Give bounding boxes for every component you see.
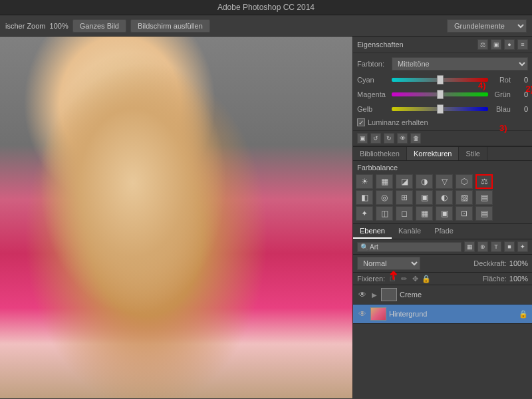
korr-icon-gradmap[interactable]: ▣	[416, 190, 433, 205]
flache-value: 100%	[509, 275, 528, 283]
gelb-value: 0	[513, 105, 528, 113]
panel-icon-mask[interactable]: ▣	[491, 39, 501, 50]
korr-icon-invert[interactable]: ◫	[376, 206, 393, 221]
ebenen-icon-4[interactable]: ✦	[517, 241, 528, 252]
zoom-value: 100%	[50, 22, 68, 30]
layer-name-hintergrund: Hintergrund	[389, 310, 516, 318]
layer-item-hintergrund[interactable]: 👁 Hintergrund 🔒	[353, 305, 532, 324]
ebenen-tab-kanaele[interactable]: Kanäle	[392, 224, 428, 239]
tab-stile[interactable]: Stile	[459, 147, 487, 160]
panel-bottom-icons: ▣ ↺ ↻ 👁 🗑	[353, 130, 532, 146]
bottom-icon-4[interactable]: 👁	[397, 133, 408, 144]
tab-bibliotheken[interactable]: Bibliotheken	[353, 147, 407, 160]
korr-icon-solid[interactable]: ◻	[396, 206, 413, 221]
deckkraft-label: Deckkraft:	[473, 259, 507, 267]
bottom-icon-2[interactable]: ↺	[370, 133, 381, 144]
korr-icon-channelmix[interactable]: ⊞	[396, 190, 413, 205]
fix-icon-pixel[interactable]: □	[388, 274, 397, 283]
workspace-select[interactable]: Grundelemente	[447, 19, 527, 33]
luminanz-label: Luminanz erhalten	[368, 118, 428, 126]
ebenen-icon-1[interactable]: ▦	[464, 241, 475, 252]
blend-mode-select[interactable]: Normal	[357, 257, 420, 270]
korr-icon-exposure[interactable]: ◑	[416, 174, 433, 189]
korrekturen-icons-grid: ☀ ▦ ◪ ◑ ▽ ⬡ ⚖ ◧ ◎ ⊞ ▣ ◐ ▨ ▤ ✦ ◫ ◻ ▦ ▣ ⊡	[356, 174, 529, 221]
bildschirm-button[interactable]: Bildschirm ausfüllen	[130, 19, 210, 33]
korr-icon-vibrance[interactable]: ✦	[356, 206, 373, 221]
layer-eye-creme[interactable]: 👁	[357, 289, 368, 300]
right-panel: Eigenschaften ⚖ ▣ ● ≡ Farbton: Mitteltön…	[352, 37, 532, 398]
korr-icon-selcolor[interactable]: ◐	[436, 190, 453, 205]
bottom-icon-1[interactable]: ▣	[357, 133, 368, 144]
fix-icons: □ ✏ ✥ 🔒	[388, 274, 480, 283]
color-balance-content: Farbton: Mitteltöne Cyan Rot 0	[353, 53, 532, 130]
flache-label: Fläche:	[483, 275, 507, 283]
panel-tabs-row: Bibliotheken Korrekturen Stile	[353, 147, 532, 161]
korr-icon-levels[interactable]: ▦	[376, 174, 393, 189]
photo-background	[0, 37, 352, 398]
annotation-label-2: 2)	[525, 84, 532, 94]
korr-icon-curves[interactable]: ◪	[396, 174, 413, 189]
top-toolbar: ischer Zoom 100% Ganzes Bild Bildschirm …	[0, 15, 532, 37]
main-layout: ➜ 1) Eigenschaften ⚖ ▣ ● ≡ Farbton:	[0, 37, 532, 398]
korr-icon-posterize[interactable]: ▤	[475, 190, 493, 205]
ebenen-icon-3[interactable]: ■	[504, 241, 515, 252]
app-title: Adobe Photoshop CC 2014	[217, 3, 315, 12]
magenta-label: Magenta	[357, 90, 389, 98]
korr-icon-huesat[interactable]: ⬡	[456, 174, 473, 189]
korr-icon-curve2[interactable]: ⊡	[456, 206, 473, 221]
fix-icon-brush[interactable]: ✏	[399, 274, 408, 283]
properties-panel: Eigenschaften ⚖ ▣ ● ≡ Farbton: Mitteltön…	[353, 37, 532, 147]
farbton-label: Farbton:	[357, 60, 389, 68]
ebenen-toolbar: 🔍 ▦ ⊕ T ■ ✦	[353, 239, 532, 255]
zoom-prefix-label: ischer Zoom	[5, 22, 46, 30]
magenta-slider-thumb[interactable]	[437, 90, 444, 99]
title-bar: Adobe Photoshop CC 2014	[0, 0, 532, 15]
gelb-slider-container[interactable]	[392, 104, 488, 114]
farbton-select[interactable]: Mitteltöne	[392, 57, 528, 70]
layer-lock-hintergrund: 🔒	[519, 310, 528, 319]
search-input[interactable]	[370, 243, 396, 251]
korr-icon-pattern[interactable]: ▣	[436, 206, 453, 221]
layer-eye-hintergrund[interactable]: 👁	[357, 309, 368, 319]
fix-icon-move[interactable]: ✥	[410, 274, 420, 283]
fixieren-row: Fixieren: □ ✏ ✥ 🔒 Fläche: 100%	[353, 273, 532, 285]
search-icon: 🔍	[360, 243, 368, 251]
cyan-slider-thumb[interactable]	[437, 75, 444, 84]
ebenen-tab-ebenen[interactable]: Ebenen	[353, 224, 392, 239]
cyan-slider-container[interactable]	[392, 74, 488, 85]
panel-icon-balance[interactable]: ⚖	[477, 39, 488, 50]
korr-icon-gradient[interactable]: ▦	[416, 206, 433, 221]
cyan-slider-track	[392, 78, 488, 82]
magenta-slider-track	[392, 92, 488, 96]
korr-icon-bw[interactable]: ◧	[356, 190, 373, 205]
korr-icon-triangle[interactable]: ▽	[436, 174, 453, 189]
properties-title: Eigenschaften	[357, 41, 477, 49]
ebenen-icon-2[interactable]: ⊕	[477, 241, 488, 252]
korrekturen-panel: Farbbalance ☀ ▦ ◪ ◑ ▽ ⬡ ⚖ ◧ ◎ ⊞ ▣ ◐ ▨ ▤ …	[353, 161, 532, 224]
bottom-icon-3[interactable]: ↻	[384, 133, 394, 144]
gelb-label: Gelb	[357, 105, 389, 113]
magenta-slider-container[interactable]	[392, 89, 488, 100]
deckkraft-value: 100%	[509, 259, 528, 267]
gelb-slider-thumb[interactable]	[437, 104, 444, 114]
cyan-value: 0	[513, 76, 528, 84]
magenta-row: Magenta Grün 0	[357, 89, 528, 100]
korr-icon-extra[interactable]: ▤	[475, 206, 493, 221]
ebenen-icon-t[interactable]: T	[491, 241, 501, 252]
korr-icon-threshold[interactable]: ▨	[456, 190, 473, 205]
tab-korrekturen[interactable]: Korrekturen	[407, 147, 459, 160]
layer-item-creme[interactable]: 👁 ▶ Creme	[353, 285, 532, 305]
ebenen-tab-pfade[interactable]: Pfade	[428, 224, 460, 239]
korr-icon-brightness[interactable]: ☀	[356, 174, 373, 189]
ganzes-bild-button[interactable]: Ganzes Bild	[72, 19, 126, 33]
panel-icons: ⚖ ▣ ● ≡	[477, 39, 528, 50]
bottom-icon-5[interactable]: 🗑	[410, 133, 421, 144]
korr-icon-colorbal[interactable]: ⚖	[475, 174, 493, 189]
fix-icon-lock[interactable]: 🔒	[422, 274, 431, 283]
ebenen-tabs: Ebenen Kanäle Pfade	[353, 224, 532, 239]
korr-icon-photofilter[interactable]: ◎	[376, 190, 393, 205]
panel-icon-dot[interactable]: ●	[504, 39, 515, 50]
layer-expand-creme[interactable]: ▶	[370, 291, 378, 299]
panel-icon-dots[interactable]: ≡	[517, 39, 528, 50]
luminanz-checkbox[interactable]: ✓	[357, 118, 365, 126]
